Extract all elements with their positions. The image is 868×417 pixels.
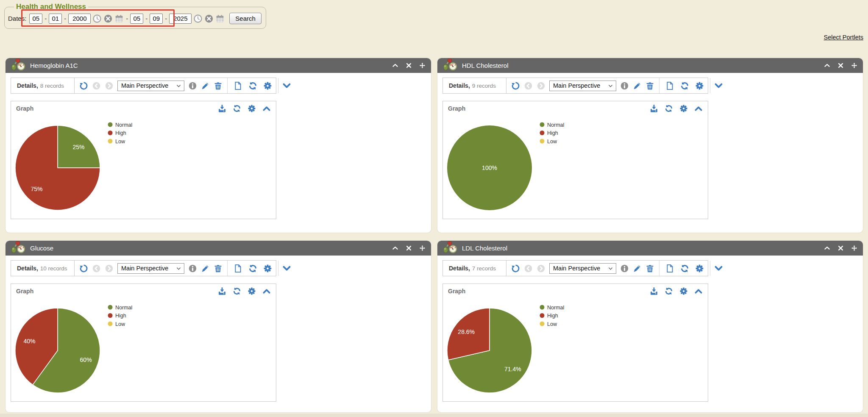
edit-icon[interactable] — [633, 81, 642, 90]
download-icon[interactable] — [650, 104, 658, 113]
info-icon[interactable] — [188, 81, 197, 90]
to-month-input[interactable] — [130, 14, 143, 24]
refresh-icon[interactable] — [248, 81, 257, 90]
from-clear-icon[interactable] — [103, 14, 113, 23]
collapse-portlet-icon[interactable] — [824, 62, 830, 69]
to-calendar-icon[interactable] — [215, 14, 225, 23]
portlet-titlebar[interactable]: LDL Cholesterol — [437, 241, 863, 256]
collapse-portlet-icon[interactable] — [392, 62, 398, 69]
from-calendar-icon[interactable] — [114, 14, 124, 23]
collapse-graph-icon[interactable] — [694, 104, 703, 113]
forward-icon[interactable] — [105, 264, 114, 273]
expand-details-icon[interactable] — [714, 264, 723, 273]
move-portlet-icon[interactable] — [419, 62, 426, 69]
settings-icon[interactable] — [263, 264, 272, 273]
refresh-graph-icon[interactable] — [665, 287, 673, 295]
delete-icon[interactable] — [645, 264, 654, 273]
pie-chart-svg: NormalHighLow100% — [443, 116, 708, 219]
refresh-graph-icon[interactable] — [665, 104, 673, 113]
perspective-value: Main Perspective — [553, 265, 600, 272]
graph-settings-icon[interactable] — [248, 104, 256, 113]
info-icon[interactable] — [620, 81, 629, 90]
report-icon[interactable] — [665, 81, 674, 90]
refresh-graph-icon[interactable] — [233, 104, 241, 113]
move-portlet-icon[interactable] — [851, 245, 857, 251]
perspective-select[interactable]: Main Perspective — [549, 81, 616, 91]
from-month-input[interactable] — [29, 14, 42, 24]
delete-icon[interactable] — [645, 81, 654, 90]
forward-icon[interactable] — [105, 81, 114, 90]
refresh-icon[interactable] — [248, 264, 257, 273]
from-clock-icon[interactable] — [92, 14, 102, 23]
close-portlet-icon[interactable] — [837, 245, 844, 251]
undo-icon[interactable] — [79, 81, 88, 90]
collapse-graph-icon[interactable] — [694, 287, 703, 295]
forward-icon[interactable] — [537, 264, 545, 273]
to-clock-icon[interactable] — [193, 14, 203, 23]
report-icon[interactable] — [665, 264, 674, 273]
svg-text:High: High — [547, 313, 558, 319]
edit-icon[interactable] — [633, 264, 642, 273]
back-icon[interactable] — [524, 264, 533, 273]
to-year-input[interactable] — [169, 14, 192, 24]
graph-settings-icon[interactable] — [248, 287, 256, 295]
close-portlet-icon[interactable] — [406, 245, 412, 251]
settings-icon[interactable] — [263, 81, 272, 90]
collapse-portlet-icon[interactable] — [392, 245, 398, 251]
portlet-titlebar[interactable]: Hemoglobin A1C — [6, 58, 431, 73]
from-day-input[interactable] — [49, 14, 62, 24]
perspective-select[interactable]: Main Perspective — [549, 263, 616, 274]
info-icon[interactable] — [620, 264, 629, 273]
undo-icon[interactable] — [511, 264, 520, 273]
move-portlet-icon[interactable] — [851, 62, 857, 69]
delete-icon[interactable] — [214, 81, 223, 90]
select-portlets-link[interactable]: Select Portlets — [824, 34, 864, 41]
to-day-input[interactable] — [150, 14, 163, 24]
expand-details-icon[interactable] — [714, 81, 723, 90]
portlet-body: Details, 9 records Main Perspective — [437, 73, 863, 227]
delete-icon[interactable] — [214, 264, 223, 273]
edit-icon[interactable] — [201, 81, 210, 90]
forward-icon[interactable] — [537, 81, 545, 90]
perspective-value: Main Perspective — [121, 82, 168, 89]
refresh-graph-icon[interactable] — [233, 287, 241, 295]
report-icon[interactable] — [234, 81, 242, 90]
graph-title: Graph — [16, 105, 33, 112]
download-icon[interactable] — [218, 287, 226, 295]
back-icon[interactable] — [92, 264, 101, 273]
close-portlet-icon[interactable] — [406, 62, 412, 69]
expand-details-icon[interactable] — [282, 81, 291, 90]
to-clear-icon[interactable] — [204, 14, 214, 23]
portlet-titlebar[interactable]: Glucose — [6, 241, 431, 256]
refresh-icon[interactable] — [680, 264, 689, 273]
graph-panel: Graph NormalHighLow100% — [442, 101, 708, 219]
refresh-icon[interactable] — [680, 81, 689, 90]
perspective-select[interactable]: Main Perspective — [117, 263, 184, 274]
edit-icon[interactable] — [201, 264, 210, 273]
collapse-graph-icon[interactable] — [262, 104, 271, 113]
search-button[interactable]: Search — [229, 13, 262, 24]
undo-icon[interactable] — [79, 264, 88, 273]
collapse-portlet-icon[interactable] — [824, 245, 830, 251]
info-icon[interactable] — [188, 264, 197, 273]
details-toolbar: Details, 8 records Main Perspective — [11, 78, 276, 94]
details-collapse — [710, 261, 727, 276]
expand-details-icon[interactable] — [282, 264, 291, 273]
back-icon[interactable] — [92, 81, 101, 90]
move-portlet-icon[interactable] — [419, 245, 426, 251]
settings-icon[interactable] — [695, 264, 704, 273]
download-icon[interactable] — [218, 104, 226, 113]
report-icon[interactable] — [234, 264, 242, 273]
settings-icon[interactable] — [695, 81, 704, 90]
portlet-titlebar[interactable]: HDL Cholesterol — [437, 58, 863, 73]
svg-text:71.4%: 71.4% — [504, 366, 521, 373]
close-portlet-icon[interactable] — [837, 62, 844, 69]
download-icon[interactable] — [650, 287, 658, 295]
undo-icon[interactable] — [511, 81, 520, 90]
collapse-graph-icon[interactable] — [262, 287, 271, 295]
back-icon[interactable] — [524, 81, 533, 90]
graph-settings-icon[interactable] — [679, 104, 688, 113]
from-year-input[interactable] — [68, 14, 91, 24]
graph-settings-icon[interactable] — [679, 287, 688, 295]
perspective-select[interactable]: Main Perspective — [117, 81, 184, 91]
